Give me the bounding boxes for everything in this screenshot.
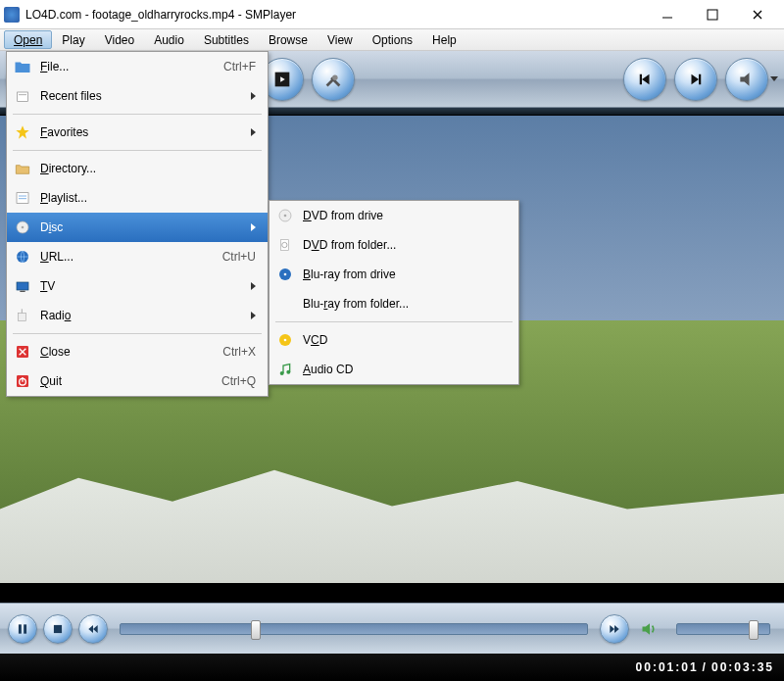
svg-marker-54: [93, 624, 98, 632]
svg-point-49: [286, 370, 290, 374]
menu-item-label: Blu-ray from drive: [303, 268, 507, 281]
time-current: 00:01:01: [636, 660, 699, 674]
submenu-arrow-icon: [251, 223, 256, 231]
svg-marker-55: [610, 624, 614, 632]
power-icon: [13, 371, 32, 391]
menu-play[interactable]: Play: [52, 29, 94, 50]
minimize-button[interactable]: [645, 1, 690, 28]
svg-rect-51: [24, 624, 26, 633]
menu-item-label: Close: [40, 345, 191, 359]
menu-help[interactable]: Help: [422, 29, 466, 50]
menu-item-label: Blu-ray from folder...: [303, 297, 507, 311]
playlist-icon: [13, 188, 32, 208]
disc-dvd-folder-item[interactable]: DVD from folder...: [270, 230, 518, 260]
pause-button[interactable]: [8, 614, 37, 644]
disc-vcd-item[interactable]: VCD: [270, 325, 518, 355]
menubar: Open Play Video Audio Subtitles Browse V…: [0, 29, 784, 51]
menu-item-label: Radio: [40, 309, 243, 322]
svg-point-41: [284, 215, 287, 218]
chevron-down-icon[interactable]: [770, 76, 778, 81]
menu-item-label: VCD: [303, 333, 507, 347]
volume-icon[interactable]: [635, 614, 664, 644]
open-favorites-item[interactable]: Favorites: [7, 118, 268, 147]
open-close-item[interactable]: Close Ctrl+X: [7, 337, 268, 366]
volume-slider[interactable]: [676, 623, 770, 635]
menu-shortcut: Ctrl+Q: [221, 374, 256, 388]
svg-marker-23: [16, 125, 28, 138]
rewind-button[interactable]: [78, 614, 108, 644]
open-tv-item[interactable]: TV: [7, 271, 268, 301]
menu-view[interactable]: View: [318, 29, 363, 50]
menu-subtitles[interactable]: Subtitles: [194, 29, 259, 50]
svg-point-47: [284, 339, 287, 342]
toolbar-next-button[interactable]: [674, 58, 717, 101]
svg-marker-56: [614, 624, 619, 632]
open-directory-item[interactable]: Directory...: [7, 154, 268, 183]
open-disc-item[interactable]: Disc: [7, 213, 268, 242]
open-playlist-item[interactable]: Playlist...: [7, 183, 268, 213]
star-icon: [13, 122, 32, 142]
menu-item-label: Favorites: [40, 125, 243, 139]
seek-handle[interactable]: [251, 620, 261, 640]
window-title: LO4D.com - footage_oldharryrocks.mp4 - S…: [25, 8, 645, 22]
menu-item-label: Disc: [40, 220, 243, 234]
menu-item-label: DVD from folder...: [303, 238, 507, 252]
menu-item-label: DVD from drive: [303, 209, 507, 222]
close-icon: [13, 342, 32, 362]
svg-marker-19: [692, 73, 700, 84]
svg-rect-32: [18, 313, 25, 320]
open-file-item[interactable]: File... Ctrl+F: [7, 52, 268, 81]
menu-item-label: Quit: [40, 374, 190, 388]
disc-bluray-drive-item[interactable]: Blu-ray from drive: [270, 260, 518, 289]
open-quit-item[interactable]: Quit Ctrl+Q: [7, 366, 268, 396]
stop-button[interactable]: [43, 614, 73, 644]
submenu-arrow-icon: [251, 312, 256, 319]
menu-item-label: Recent files: [40, 89, 243, 103]
menu-open[interactable]: Open: [4, 30, 52, 49]
svg-rect-18: [640, 73, 642, 84]
menu-browse[interactable]: Browse: [259, 29, 318, 50]
menu-shortcut: Ctrl+X: [222, 345, 256, 359]
disc-icon: [275, 206, 295, 225]
open-recent-item[interactable]: Recent files: [7, 81, 268, 111]
radio-icon: [13, 306, 32, 325]
time-total: 00:03:35: [711, 660, 774, 674]
disc-bluray-folder-item[interactable]: Blu-ray from folder...: [270, 289, 518, 318]
open-url-item[interactable]: URL... Ctrl+U: [7, 242, 268, 271]
menu-item-label: Playlist...: [40, 191, 256, 205]
open-radio-item[interactable]: Radio: [7, 301, 268, 330]
maximize-button[interactable]: [690, 1, 735, 28]
svg-rect-30: [17, 282, 28, 290]
svg-rect-21: [18, 92, 28, 101]
seek-slider[interactable]: [120, 623, 588, 635]
menu-item-label: Directory...: [40, 162, 256, 175]
menu-audio[interactable]: Audio: [144, 29, 194, 50]
svg-rect-52: [54, 624, 62, 632]
disc-audiocd-item[interactable]: Audio CD: [270, 355, 518, 384]
svg-marker-17: [642, 73, 650, 84]
svg-rect-31: [20, 291, 24, 292]
blank-icon: [275, 294, 295, 314]
toolbar-preferences-button[interactable]: [312, 58, 355, 101]
svg-rect-20: [699, 73, 701, 84]
svg-rect-1: [708, 10, 717, 20]
submenu-arrow-icon: [251, 92, 256, 100]
menu-video[interactable]: Video: [95, 29, 144, 50]
volume-handle[interactable]: [749, 620, 759, 640]
disc-icon: [13, 218, 32, 237]
svg-point-45: [284, 273, 287, 276]
toolbar-prev-button[interactable]: [623, 58, 666, 101]
menu-item-label: URL...: [40, 250, 191, 264]
toolbar-audio-button[interactable]: [725, 58, 768, 101]
menu-item-label: TV: [40, 279, 243, 293]
menu-options[interactable]: Options: [363, 29, 422, 50]
recent-icon: [13, 86, 32, 106]
forward-button[interactable]: [600, 614, 629, 644]
disc-dvd-drive-item[interactable]: DVD from drive: [270, 201, 518, 230]
submenu-arrow-icon: [251, 282, 256, 290]
close-button[interactable]: [735, 1, 780, 28]
svg-rect-24: [17, 193, 28, 204]
music-icon: [275, 360, 295, 379]
bluray-icon: [275, 265, 295, 284]
window-titlebar: LO4D.com - footage_oldharryrocks.mp4 - S…: [0, 0, 784, 29]
